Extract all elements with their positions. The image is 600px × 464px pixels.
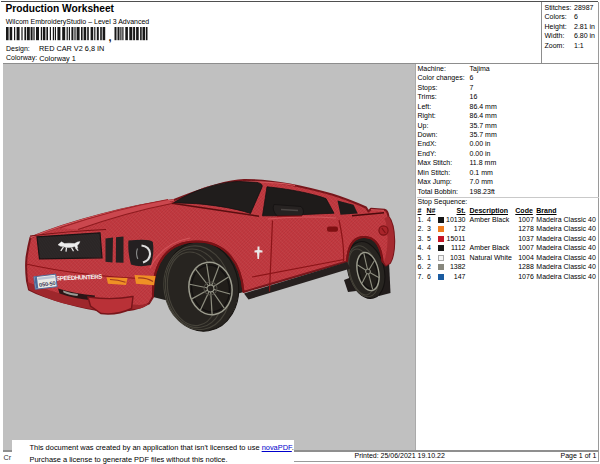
svg-text:,: , [108,31,111,43]
